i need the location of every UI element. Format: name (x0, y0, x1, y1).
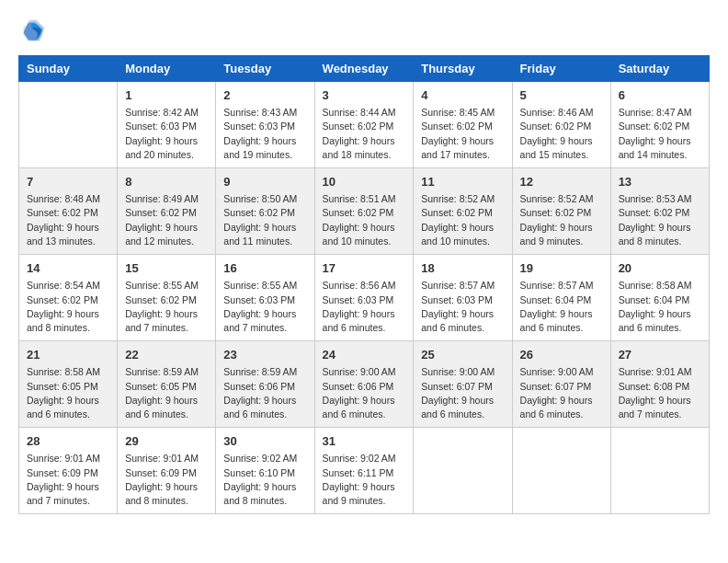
day-info: Sunrise: 9:00 AM Sunset: 6:07 PM Dayligh… (421, 365, 504, 421)
day-info: Sunrise: 8:42 AM Sunset: 6:03 PM Dayligh… (125, 106, 208, 162)
day-number: 23 (223, 347, 306, 363)
calendar-cell: 18Sunrise: 8:57 AM Sunset: 6:03 PM Dayli… (414, 255, 512, 341)
day-info: Sunrise: 8:53 AM Sunset: 6:02 PM Dayligh… (619, 192, 701, 248)
day-info: Sunrise: 8:48 AM Sunset: 6:02 PM Dayligh… (27, 192, 109, 248)
calendar-week-row: 7Sunrise: 8:48 AM Sunset: 6:02 PM Daylig… (19, 168, 710, 255)
day-number: 28 (27, 433, 109, 450)
calendar-cell: 19Sunrise: 8:57 AM Sunset: 6:04 PM Dayli… (512, 255, 610, 341)
calendar-cell: 2Sunrise: 8:43 AM Sunset: 6:03 PM Daylig… (216, 82, 314, 168)
calendar-cell: 12Sunrise: 8:52 AM Sunset: 6:02 PM Dayli… (512, 168, 610, 255)
day-number: 25 (421, 347, 504, 363)
day-number: 14 (27, 260, 109, 277)
day-info: Sunrise: 8:55 AM Sunset: 6:02 PM Dayligh… (125, 279, 208, 335)
day-number: 27 (619, 347, 701, 363)
day-number: 12 (520, 174, 603, 190)
day-info: Sunrise: 8:54 AM Sunset: 6:02 PM Dayligh… (27, 279, 109, 335)
calendar-cell: 26Sunrise: 9:00 AM Sunset: 6:07 PM Dayli… (512, 341, 610, 428)
day-info: Sunrise: 8:55 AM Sunset: 6:03 PM Dayligh… (223, 279, 306, 335)
calendar-cell: 3Sunrise: 8:44 AM Sunset: 6:02 PM Daylig… (314, 82, 414, 168)
calendar-cell: 21Sunrise: 8:58 AM Sunset: 6:05 PM Dayli… (19, 341, 118, 428)
calendar-cell: 6Sunrise: 8:47 AM Sunset: 6:02 PM Daylig… (610, 82, 709, 168)
day-number: 3 (323, 87, 406, 104)
calendar-cell: 14Sunrise: 8:54 AM Sunset: 6:02 PM Dayli… (19, 255, 118, 341)
calendar-cell: 15Sunrise: 8:55 AM Sunset: 6:02 PM Dayli… (118, 255, 216, 341)
day-number: 19 (520, 260, 603, 277)
calendar-cell (414, 428, 512, 514)
day-number: 16 (223, 260, 306, 277)
day-info: Sunrise: 9:02 AM Sunset: 6:10 PM Dayligh… (223, 452, 306, 508)
day-number: 13 (619, 174, 701, 190)
day-number: 7 (27, 174, 109, 190)
day-number: 20 (619, 260, 701, 277)
calendar-cell: 11Sunrise: 8:52 AM Sunset: 6:02 PM Dayli… (414, 168, 512, 255)
calendar-week-row: 21Sunrise: 8:58 AM Sunset: 6:05 PM Dayli… (19, 341, 710, 428)
calendar-cell: 13Sunrise: 8:53 AM Sunset: 6:02 PM Dayli… (610, 168, 709, 255)
day-number: 17 (323, 260, 406, 277)
calendar-cell: 24Sunrise: 9:00 AM Sunset: 6:06 PM Dayli… (314, 341, 414, 428)
day-info: Sunrise: 8:52 AM Sunset: 6:02 PM Dayligh… (421, 192, 504, 248)
day-info: Sunrise: 8:59 AM Sunset: 6:05 PM Dayligh… (125, 365, 208, 421)
weekday-header-sunday: Sunday (19, 56, 118, 82)
day-number: 18 (421, 260, 504, 277)
day-info: Sunrise: 8:43 AM Sunset: 6:03 PM Dayligh… (223, 106, 306, 162)
weekday-header-wednesday: Wednesday (314, 56, 414, 82)
day-number: 26 (520, 347, 603, 363)
weekday-header-row: SundayMondayTuesdayWednesdayThursdayFrid… (19, 56, 710, 82)
day-info: Sunrise: 8:44 AM Sunset: 6:02 PM Dayligh… (323, 106, 406, 162)
calendar-cell: 10Sunrise: 8:51 AM Sunset: 6:02 PM Dayli… (314, 168, 414, 255)
day-info: Sunrise: 9:01 AM Sunset: 6:09 PM Dayligh… (27, 452, 109, 508)
calendar-cell: 4Sunrise: 8:45 AM Sunset: 6:02 PM Daylig… (414, 82, 512, 168)
day-info: Sunrise: 8:59 AM Sunset: 6:06 PM Dayligh… (223, 365, 306, 421)
calendar-week-row: 28Sunrise: 9:01 AM Sunset: 6:09 PM Dayli… (19, 428, 710, 514)
calendar-cell (19, 82, 118, 168)
header (18, 18, 710, 48)
calendar-cell: 7Sunrise: 8:48 AM Sunset: 6:02 PM Daylig… (19, 168, 118, 255)
weekday-header-friday: Friday (512, 56, 610, 82)
day-info: Sunrise: 8:57 AM Sunset: 6:03 PM Dayligh… (421, 279, 504, 335)
day-info: Sunrise: 8:50 AM Sunset: 6:02 PM Dayligh… (223, 192, 306, 248)
logo (18, 18, 46, 48)
day-number: 10 (323, 174, 406, 190)
day-number: 9 (223, 174, 306, 190)
calendar-week-row: 14Sunrise: 8:54 AM Sunset: 6:02 PM Dayli… (19, 255, 710, 341)
day-number: 22 (125, 347, 208, 363)
calendar-cell: 5Sunrise: 8:46 AM Sunset: 6:02 PM Daylig… (512, 82, 610, 168)
day-number: 6 (619, 87, 701, 104)
weekday-header-saturday: Saturday (610, 56, 709, 82)
logo-icon (20, 18, 46, 44)
calendar-cell: 25Sunrise: 9:00 AM Sunset: 6:07 PM Dayli… (414, 341, 512, 428)
day-info: Sunrise: 9:00 AM Sunset: 6:07 PM Dayligh… (520, 365, 603, 421)
weekday-header-tuesday: Tuesday (216, 56, 314, 82)
calendar-cell: 20Sunrise: 8:58 AM Sunset: 6:04 PM Dayli… (610, 255, 709, 341)
calendar-cell: 29Sunrise: 9:01 AM Sunset: 6:09 PM Dayli… (118, 428, 216, 514)
day-info: Sunrise: 8:52 AM Sunset: 6:02 PM Dayligh… (520, 192, 603, 248)
day-number: 5 (520, 87, 603, 104)
calendar-cell: 17Sunrise: 8:56 AM Sunset: 6:03 PM Dayli… (314, 255, 414, 341)
calendar-cell: 28Sunrise: 9:01 AM Sunset: 6:09 PM Dayli… (19, 428, 118, 514)
day-info: Sunrise: 8:58 AM Sunset: 6:04 PM Dayligh… (619, 279, 701, 335)
calendar-cell: 1Sunrise: 8:42 AM Sunset: 6:03 PM Daylig… (118, 82, 216, 168)
day-number: 2 (223, 87, 306, 104)
day-info: Sunrise: 9:00 AM Sunset: 6:06 PM Dayligh… (323, 365, 406, 421)
day-number: 11 (421, 174, 504, 190)
day-number: 29 (125, 433, 208, 450)
day-number: 1 (125, 87, 208, 104)
day-number: 21 (27, 347, 109, 363)
day-number: 30 (223, 433, 306, 450)
day-info: Sunrise: 8:57 AM Sunset: 6:04 PM Dayligh… (520, 279, 603, 335)
calendar-cell: 23Sunrise: 8:59 AM Sunset: 6:06 PM Dayli… (216, 341, 314, 428)
calendar-cell: 16Sunrise: 8:55 AM Sunset: 6:03 PM Dayli… (216, 255, 314, 341)
calendar-cell: 9Sunrise: 8:50 AM Sunset: 6:02 PM Daylig… (216, 168, 314, 255)
weekday-header-monday: Monday (118, 56, 216, 82)
day-info: Sunrise: 9:01 AM Sunset: 6:08 PM Dayligh… (619, 365, 701, 421)
day-number: 24 (323, 347, 406, 363)
calendar-cell (610, 428, 709, 514)
day-info: Sunrise: 9:02 AM Sunset: 6:11 PM Dayligh… (323, 452, 406, 508)
day-info: Sunrise: 8:58 AM Sunset: 6:05 PM Dayligh… (27, 365, 109, 421)
weekday-header-thursday: Thursday (414, 56, 512, 82)
calendar-week-row: 1Sunrise: 8:42 AM Sunset: 6:03 PM Daylig… (19, 82, 710, 168)
day-number: 4 (421, 87, 504, 104)
day-info: Sunrise: 8:51 AM Sunset: 6:02 PM Dayligh… (323, 192, 406, 248)
day-number: 8 (125, 174, 208, 190)
day-info: Sunrise: 8:46 AM Sunset: 6:02 PM Dayligh… (520, 106, 603, 162)
